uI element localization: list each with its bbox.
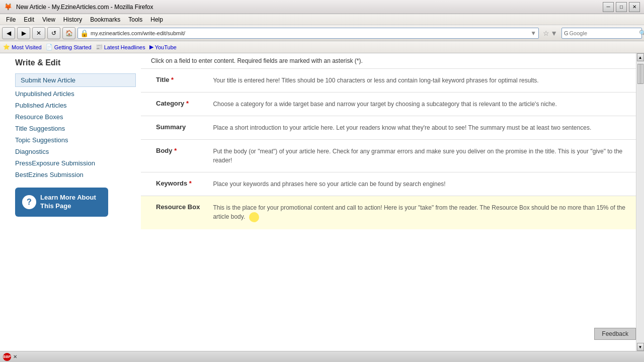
menu-bar: File Edit View History Bookmarks Tools H… <box>0 14 644 25</box>
getting-started-icon: 📄 <box>46 44 53 50</box>
question-mark: ? <box>27 198 32 207</box>
bbp-label: BBP <box>4 355 11 358</box>
learn-more-button[interactable]: ? Learn More About This Page <box>15 188 108 217</box>
resource-box-value-cell[interactable]: This is the place for your promotional c… <box>208 196 636 230</box>
menu-view[interactable]: View <box>38 15 59 24</box>
title-label-cell: Title * <box>141 69 208 93</box>
status-close-button[interactable]: ✕ <box>13 354 17 359</box>
menu-history[interactable]: History <box>59 15 86 24</box>
title-required: * <box>171 76 174 83</box>
summary-label: Summary <box>156 123 186 131</box>
youtube-label: YouTube <box>155 44 177 50</box>
resource-box-label-cell: Resource Box <box>141 196 208 230</box>
url-text: my.ezinearticles.com/write-edit/submit/ <box>91 30 530 36</box>
scroll-up-button[interactable]: ▲ <box>637 53 644 61</box>
scroll-thumb[interactable] <box>637 64 643 84</box>
home-button[interactable]: 🏠 <box>62 27 75 39</box>
menu-bookmarks[interactable]: Bookmarks <box>86 15 124 24</box>
bookmarks-bar: ⭐ Most Visited 📄 Getting Started 📰 Lates… <box>0 41 644 53</box>
body-required: * <box>174 147 177 154</box>
star-buttons: ☆ ▼ <box>543 29 557 37</box>
submit-new-article-box[interactable]: Submit New Article <box>15 73 136 87</box>
stop-button[interactable]: ✕ <box>32 27 45 39</box>
body-value-cell[interactable]: Put the body (or "meat") of your article… <box>208 140 636 172</box>
title-label: Title <box>156 76 171 83</box>
search-submit-icon[interactable]: 🔍 <box>639 30 644 37</box>
sidebar-item-published[interactable]: Published Articles <box>15 101 136 110</box>
bbp-icon: BBP <box>3 353 11 361</box>
latest-headlines-label: Latest Headlines <box>104 44 145 50</box>
content-wrapper: Write & Edit Submit New Article Unpublis… <box>0 53 644 351</box>
refresh-button[interactable]: ↺ <box>47 27 60 39</box>
menu-edit[interactable]: Edit <box>20 15 38 24</box>
bookmark-most-visited[interactable]: ⭐ Most Visited <box>3 44 42 50</box>
star-icon[interactable]: ☆ <box>543 29 549 37</box>
learn-more-icon: ? <box>22 195 36 209</box>
resource-box-hint: This is the place for your promotional c… <box>213 204 625 220</box>
back-button[interactable]: ◀ <box>2 27 15 39</box>
dropdown-icon[interactable]: ▼ <box>530 30 536 37</box>
menu-file[interactable]: File <box>2 15 20 24</box>
star-dropdown-icon[interactable]: ▼ <box>550 29 557 37</box>
sidebar-item-topic-suggestions[interactable]: Topic Suggestions <box>15 135 136 145</box>
title-value-cell[interactable]: Your title is entered here! Titles shoul… <box>208 69 636 93</box>
menu-tools[interactable]: Tools <box>124 15 146 24</box>
keywords-required: * <box>189 179 192 187</box>
top-notice: Click on a field to enter content. Requi… <box>141 53 636 69</box>
search-input[interactable] <box>570 30 639 36</box>
browser-window: 🦊 New Article - My.EzineArticles.com - M… <box>0 0 644 362</box>
scroll-track[interactable] <box>637 61 644 343</box>
category-row: Category * Choose a category for a wide … <box>141 93 636 116</box>
title-row: Title * Your title is entered here! Titl… <box>141 69 636 93</box>
article-form-table: Title * Your title is entered here! Titl… <box>141 69 636 229</box>
resource-box-row: Resource Box This is the place for your … <box>141 196 636 230</box>
main-content: Click on a field to enter content. Requi… <box>141 53 636 351</box>
window-controls: ─ □ ✕ <box>603 2 640 12</box>
feedback-button[interactable]: Feedback <box>594 328 636 340</box>
search-bar[interactable]: G 🔍 <box>561 28 642 39</box>
bookmark-youtube[interactable]: ▶ YouTube <box>149 44 177 50</box>
category-value-cell[interactable]: Choose a category for a wide target base… <box>208 93 636 116</box>
sidebar-item-unpublished[interactable]: Unpublished Articles <box>15 89 136 99</box>
learn-more-text: Learn More About This Page <box>40 194 96 211</box>
submit-new-article-label: Submit New Article <box>21 76 75 84</box>
bookmark-latest-headlines[interactable]: 📰 Latest Headlines <box>96 44 145 50</box>
scroll-down-button[interactable]: ▼ <box>637 343 644 351</box>
body-label-cell: Body * <box>141 140 208 172</box>
most-visited-icon: ⭐ <box>3 44 10 50</box>
category-hint: Choose a category for a wide target base… <box>213 101 556 108</box>
scrollbar-right[interactable]: ▲ ▼ <box>636 53 644 351</box>
close-button[interactable]: ✕ <box>629 2 640 12</box>
category-label: Category <box>156 100 186 107</box>
forward-button[interactable]: ▶ <box>17 27 30 39</box>
body-hint: Put the body (or "meat") of your article… <box>213 148 622 164</box>
keywords-label: Keywords <box>156 179 189 187</box>
minimize-button[interactable]: ─ <box>603 2 614 12</box>
feedback-button-container: Feedback <box>594 328 636 340</box>
category-label-cell: Category * <box>141 93 208 116</box>
bookmark-getting-started[interactable]: 📄 Getting Started <box>46 44 92 50</box>
sidebar-item-pressexposure[interactable]: PressExposure Submission <box>15 158 136 168</box>
summary-row: Summary Place a short introduction to yo… <box>141 116 636 140</box>
page-area: Write & Edit Submit New Article Unpublis… <box>0 53 644 351</box>
status-bar: BBP ✕ <box>0 351 644 362</box>
address-bar[interactable]: 🔒 my.ezinearticles.com/write-edit/submit… <box>77 28 539 39</box>
sidebar: Write & Edit Submit New Article Unpublis… <box>0 53 141 351</box>
summary-value-cell[interactable]: Place a short introduction to your artic… <box>208 116 636 140</box>
title-hint: Your title is entered here! Titles shoul… <box>213 77 538 84</box>
latest-headlines-icon: 📰 <box>96 44 103 50</box>
category-required: * <box>186 100 189 107</box>
firefox-icon: 🦊 <box>4 3 12 11</box>
sidebar-item-diagnostics[interactable]: Diagnostics <box>15 147 136 156</box>
security-icon: 🔒 <box>80 29 89 37</box>
sidebar-title: Write & Edit <box>15 58 136 67</box>
sidebar-item-resource-boxes[interactable]: Resource Boxes <box>15 112 136 122</box>
nav-bar: ◀ ▶ ✕ ↺ 🏠 🔒 my.ezinearticles.com/write-e… <box>0 25 644 41</box>
keywords-hint: Place your keywords and phrases here so … <box>213 180 445 188</box>
menu-help[interactable]: Help <box>146 15 167 24</box>
maximize-button[interactable]: □ <box>616 2 627 12</box>
sidebar-item-title-suggestions[interactable]: Title Suggestions <box>15 124 136 133</box>
keywords-value-cell[interactable]: Place your keywords and phrases here so … <box>208 172 636 196</box>
sidebar-item-bestezines[interactable]: BestEzines Submission <box>15 170 136 179</box>
cursor-highlight <box>249 212 259 222</box>
